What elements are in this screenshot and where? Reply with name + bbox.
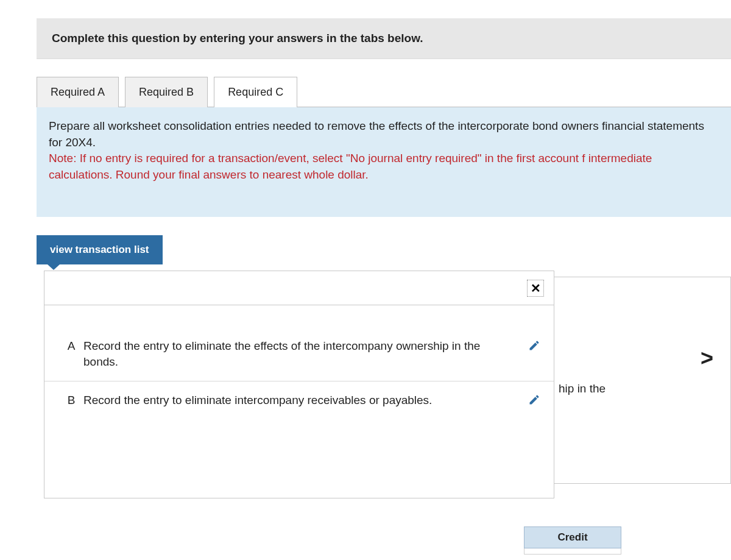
pencil-icon: [528, 339, 540, 352]
transaction-row[interactable]: A Record the entry to eliminate the effe…: [44, 327, 554, 380]
credit-column-fragment: Credit: [524, 526, 621, 555]
credit-column-cell[interactable]: [524, 548, 621, 555]
tab-required-c[interactable]: Required C: [214, 77, 297, 107]
prompt-note-1: Note: If no entry is required for a tran…: [49, 152, 585, 165]
prompt-box: Prepare all worksheet consolidation entr…: [37, 107, 731, 217]
tabs-row: Required A Required B Required C: [37, 76, 731, 107]
view-transaction-list-button[interactable]: view transaction list: [37, 235, 163, 264]
pencil-icon: [528, 394, 540, 406]
edit-pencil-icon[interactable]: [522, 338, 546, 352]
transaction-row-label: B: [59, 392, 83, 407]
transaction-row[interactable]: B Record the entry to eliminate intercom…: [44, 381, 554, 419]
background-card-fragment: hip in the: [559, 382, 606, 395]
tab-required-a[interactable]: Required A: [37, 77, 119, 107]
next-arrow-icon[interactable]: >: [701, 346, 713, 371]
instruction-bar: Complete this question by entering your …: [37, 18, 731, 59]
close-icon[interactable]: ✕: [527, 280, 544, 297]
transaction-row-label: A: [59, 338, 83, 353]
transaction-list-popup: ✕ A Record the entry to eliminate the ef…: [44, 271, 554, 498]
background-card: > hip in the: [530, 277, 731, 484]
stage-area: > hip in the Credit ✕ A Record the entry…: [37, 271, 731, 560]
popup-header: ✕: [44, 271, 554, 305]
transaction-row-text: Record the entry to eliminate intercompa…: [83, 392, 522, 408]
credit-column-header: Credit: [524, 526, 621, 548]
tab-required-b[interactable]: Required B: [125, 77, 208, 107]
edit-pencil-icon[interactable]: [522, 392, 546, 406]
transaction-row-text: Record the entry to eliminate the effect…: [83, 338, 522, 369]
popup-body: A Record the entry to eliminate the effe…: [44, 305, 554, 498]
prompt-line-1: Prepare all worksheet consolidation entr…: [49, 119, 599, 132]
